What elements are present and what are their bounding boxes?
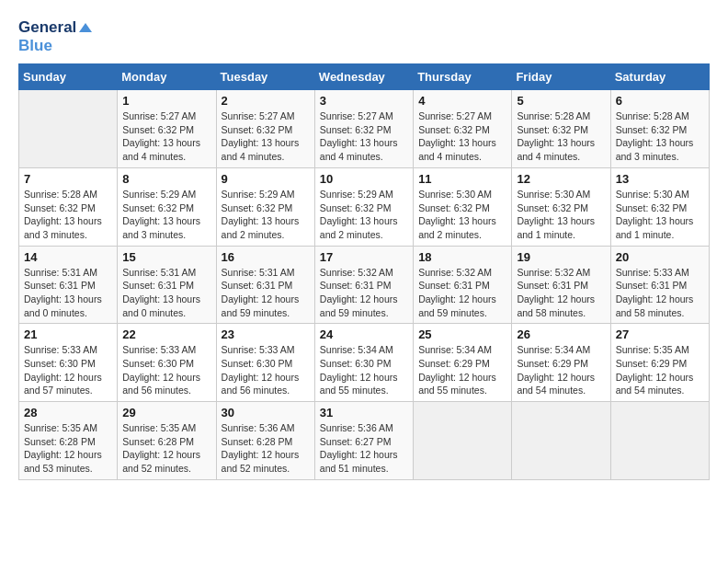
calendar-cell: 22Sunrise: 5:33 AMSunset: 6:30 PMDayligh… [118, 324, 216, 402]
calendar-table: SundayMondayTuesdayWednesdayThursdayFrid… [18, 63, 710, 480]
day-info: Sunrise: 5:27 AMSunset: 6:32 PMDaylight:… [122, 109, 210, 164]
calendar-cell: 27Sunrise: 5:35 AMSunset: 6:29 PMDayligh… [610, 324, 709, 402]
calendar-cell: 9Sunrise: 5:29 AMSunset: 6:32 PMDaylight… [216, 167, 314, 246]
day-info: Sunrise: 5:30 AMSunset: 6:32 PMDaylight:… [517, 188, 605, 242]
calendar-cell: 11Sunrise: 5:30 AMSunset: 6:32 PMDayligh… [414, 167, 512, 246]
day-number: 19 [517, 250, 605, 264]
column-header-tuesday: Tuesday [216, 64, 314, 90]
calendar-cell: 10Sunrise: 5:29 AMSunset: 6:32 PMDayligh… [314, 167, 413, 246]
logo: GeneralBlue [18, 18, 92, 54]
calendar-cell: 12Sunrise: 5:30 AMSunset: 6:32 PMDayligh… [512, 167, 610, 246]
day-number: 30 [222, 406, 310, 419]
day-info: Sunrise: 5:30 AMSunset: 6:32 PMDaylight:… [418, 188, 506, 242]
day-number: 11 [418, 172, 506, 186]
calendar-cell: 3Sunrise: 5:27 AMSunset: 6:32 PMDaylight… [314, 90, 413, 168]
calendar-cell: 13Sunrise: 5:30 AMSunset: 6:32 PMDayligh… [610, 167, 709, 246]
day-number: 4 [418, 94, 506, 108]
day-number: 26 [517, 327, 605, 341]
day-info: Sunrise: 5:34 AMSunset: 6:29 PMDaylight:… [517, 343, 605, 397]
day-number: 2 [222, 94, 310, 108]
day-info: Sunrise: 5:31 AMSunset: 6:31 PMDaylight:… [24, 266, 112, 320]
calendar-cell: 6Sunrise: 5:28 AMSunset: 6:32 PMDaylight… [610, 90, 709, 168]
day-number: 27 [616, 327, 704, 341]
day-info: Sunrise: 5:36 AMSunset: 6:28 PMDaylight:… [222, 421, 310, 476]
day-number: 18 [418, 250, 506, 264]
day-info: Sunrise: 5:28 AMSunset: 6:32 PMDaylight:… [517, 109, 605, 164]
day-number: 1 [122, 94, 210, 108]
column-header-friday: Friday [512, 64, 610, 90]
day-info: Sunrise: 5:35 AMSunset: 6:28 PMDaylight:… [122, 421, 210, 476]
calendar-cell: 29Sunrise: 5:35 AMSunset: 6:28 PMDayligh… [118, 402, 216, 480]
day-info: Sunrise: 5:34 AMSunset: 6:30 PMDaylight:… [320, 343, 408, 397]
day-number: 23 [222, 327, 310, 341]
day-info: Sunrise: 5:36 AMSunset: 6:27 PMDaylight:… [320, 421, 408, 476]
calendar-cell: 15Sunrise: 5:31 AMSunset: 6:31 PMDayligh… [118, 246, 216, 324]
calendar-cell: 5Sunrise: 5:28 AMSunset: 6:32 PMDaylight… [512, 90, 610, 168]
calendar-cell: 16Sunrise: 5:31 AMSunset: 6:31 PMDayligh… [216, 246, 314, 324]
day-info: Sunrise: 5:33 AMSunset: 6:30 PMDaylight:… [24, 343, 112, 397]
day-info: Sunrise: 5:27 AMSunset: 6:32 PMDaylight:… [418, 109, 506, 164]
column-header-wednesday: Wednesday [314, 64, 413, 90]
day-info: Sunrise: 5:35 AMSunset: 6:28 PMDaylight:… [24, 421, 112, 476]
day-info: Sunrise: 5:34 AMSunset: 6:29 PMDaylight:… [418, 343, 506, 397]
day-number: 6 [616, 94, 704, 108]
calendar-cell: 23Sunrise: 5:33 AMSunset: 6:30 PMDayligh… [216, 324, 314, 402]
day-number: 12 [517, 172, 605, 186]
calendar-cell: 30Sunrise: 5:36 AMSunset: 6:28 PMDayligh… [216, 402, 314, 480]
day-number: 14 [24, 250, 112, 264]
calendar-cell: 26Sunrise: 5:34 AMSunset: 6:29 PMDayligh… [512, 324, 610, 402]
calendar-cell [512, 402, 610, 480]
calendar-cell: 4Sunrise: 5:27 AMSunset: 6:32 PMDaylight… [414, 90, 512, 168]
day-number: 20 [616, 250, 704, 264]
calendar-cell: 14Sunrise: 5:31 AMSunset: 6:31 PMDayligh… [19, 246, 118, 324]
day-number: 17 [320, 250, 408, 264]
day-info: Sunrise: 5:32 AMSunset: 6:31 PMDaylight:… [517, 266, 605, 320]
column-header-thursday: Thursday [414, 64, 512, 90]
calendar-cell: 24Sunrise: 5:34 AMSunset: 6:30 PMDayligh… [314, 324, 413, 402]
day-info: Sunrise: 5:27 AMSunset: 6:32 PMDaylight:… [222, 109, 310, 164]
day-number: 7 [24, 172, 112, 186]
day-number: 31 [320, 406, 408, 419]
day-number: 28 [24, 406, 112, 419]
day-info: Sunrise: 5:29 AMSunset: 6:32 PMDaylight:… [122, 188, 210, 242]
day-info: Sunrise: 5:32 AMSunset: 6:31 PMDaylight:… [418, 266, 506, 320]
day-info: Sunrise: 5:30 AMSunset: 6:32 PMDaylight:… [616, 188, 704, 242]
day-number: 15 [122, 250, 210, 264]
column-header-saturday: Saturday [610, 64, 709, 90]
day-number: 25 [418, 327, 506, 341]
day-number: 22 [122, 327, 210, 341]
calendar-cell: 20Sunrise: 5:33 AMSunset: 6:31 PMDayligh… [610, 246, 709, 324]
day-number: 8 [122, 172, 210, 186]
calendar-cell: 19Sunrise: 5:32 AMSunset: 6:31 PMDayligh… [512, 246, 610, 324]
day-number: 5 [517, 94, 605, 108]
calendar-cell: 7Sunrise: 5:28 AMSunset: 6:32 PMDaylight… [19, 167, 118, 246]
day-info: Sunrise: 5:29 AMSunset: 6:32 PMDaylight:… [222, 188, 310, 242]
day-number: 21 [24, 327, 112, 341]
day-number: 3 [320, 94, 408, 108]
day-info: Sunrise: 5:27 AMSunset: 6:32 PMDaylight:… [320, 109, 408, 164]
calendar-cell: 21Sunrise: 5:33 AMSunset: 6:30 PMDayligh… [19, 324, 118, 402]
column-header-sunday: Sunday [19, 64, 118, 90]
calendar-cell: 25Sunrise: 5:34 AMSunset: 6:29 PMDayligh… [414, 324, 512, 402]
calendar-cell: 1Sunrise: 5:27 AMSunset: 6:32 PMDaylight… [118, 90, 216, 168]
day-info: Sunrise: 5:29 AMSunset: 6:32 PMDaylight:… [320, 188, 408, 242]
day-info: Sunrise: 5:35 AMSunset: 6:29 PMDaylight:… [616, 343, 704, 397]
calendar-cell: 31Sunrise: 5:36 AMSunset: 6:27 PMDayligh… [314, 402, 413, 480]
column-header-monday: Monday [118, 64, 216, 90]
calendar-cell: 28Sunrise: 5:35 AMSunset: 6:28 PMDayligh… [19, 402, 118, 480]
day-info: Sunrise: 5:33 AMSunset: 6:30 PMDaylight:… [222, 343, 310, 397]
day-info: Sunrise: 5:28 AMSunset: 6:32 PMDaylight:… [24, 188, 112, 242]
calendar-cell: 2Sunrise: 5:27 AMSunset: 6:32 PMDaylight… [216, 90, 314, 168]
calendar-cell [19, 90, 118, 168]
day-number: 16 [222, 250, 310, 264]
calendar-cell: 18Sunrise: 5:32 AMSunset: 6:31 PMDayligh… [414, 246, 512, 324]
calendar-cell [610, 402, 709, 480]
day-info: Sunrise: 5:33 AMSunset: 6:31 PMDaylight:… [616, 266, 704, 320]
day-number: 9 [222, 172, 310, 186]
day-number: 29 [122, 406, 210, 419]
calendar-cell: 17Sunrise: 5:32 AMSunset: 6:31 PMDayligh… [314, 246, 413, 324]
day-number: 13 [616, 172, 704, 186]
day-info: Sunrise: 5:33 AMSunset: 6:30 PMDaylight:… [122, 343, 210, 397]
day-info: Sunrise: 5:28 AMSunset: 6:32 PMDaylight:… [616, 109, 704, 164]
day-number: 24 [320, 327, 408, 341]
